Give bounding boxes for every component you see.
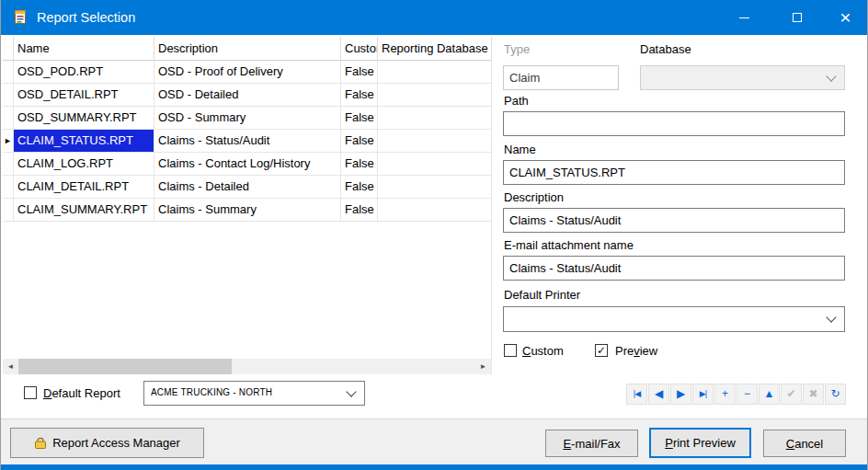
cell-custom[interactable]: False bbox=[341, 199, 378, 222]
cell-name[interactable]: CLAIM_DETAIL.RPT bbox=[14, 176, 154, 199]
cell-name[interactable]: OSD_POD.RPT bbox=[14, 61, 154, 84]
name-label: Name bbox=[504, 143, 536, 156]
nav-edit-button[interactable]: ▲ bbox=[759, 384, 780, 405]
nav-last-button[interactable]: ▶| bbox=[692, 384, 714, 405]
company-select[interactable]: ACME TRUCKING - NORTH bbox=[143, 381, 365, 406]
type-field bbox=[503, 65, 619, 90]
cell-custom[interactable]: False bbox=[341, 61, 378, 84]
row-indicator bbox=[3, 176, 14, 199]
row-indicator bbox=[3, 199, 14, 222]
cell-reporting-database[interactable] bbox=[378, 61, 492, 84]
row-indicator bbox=[3, 84, 14, 107]
cell-description[interactable]: Claims - Summary bbox=[154, 199, 341, 222]
preview-checkbox[interactable]: ✓ bbox=[595, 344, 608, 357]
database-label: Database bbox=[640, 42, 691, 56]
minimize-button[interactable] bbox=[717, 0, 771, 35]
table-row[interactable]: OSD_SUMMARY.RPT OSD - Summary False bbox=[3, 107, 491, 130]
default-report-checkbox[interactable] bbox=[24, 386, 37, 399]
description-field[interactable] bbox=[503, 208, 845, 233]
cell-reporting-database[interactable] bbox=[378, 176, 492, 199]
name-field[interactable] bbox=[503, 160, 845, 185]
report-selection-window: Report Selection × Name Description Cust… bbox=[0, 0, 868, 470]
table-row[interactable]: CLAIM_SUMMARY.RPT Claims - Summary False bbox=[3, 199, 491, 222]
cell-custom[interactable]: False bbox=[341, 84, 378, 107]
cell-reporting-database[interactable] bbox=[378, 84, 492, 107]
cell-description[interactable]: OSD - Summary bbox=[154, 107, 341, 130]
default-printer-value bbox=[510, 307, 822, 331]
nav-insert-button[interactable]: + bbox=[714, 384, 736, 405]
email-attachment-field[interactable] bbox=[503, 256, 845, 281]
window-title: Report Selection bbox=[37, 10, 135, 25]
scroll-left-icon[interactable]: ◄ bbox=[3, 359, 18, 374]
cell-description[interactable]: Claims - Contact Log/History bbox=[154, 153, 341, 176]
close-icon: × bbox=[839, 8, 851, 27]
cell-custom[interactable]: False bbox=[341, 107, 378, 130]
default-printer-label: Default Printer bbox=[504, 288, 580, 302]
cell-reporting-database[interactable] bbox=[378, 199, 492, 222]
email-attachment-label: E-mail attachment name bbox=[504, 238, 634, 252]
report-access-icon bbox=[34, 437, 47, 450]
path-field[interactable] bbox=[503, 111, 845, 136]
preview-checkbox-label[interactable]: Preview bbox=[615, 344, 657, 358]
cell-name[interactable]: CLAIM_LOG.RPT bbox=[14, 153, 154, 176]
header-description[interactable]: Description bbox=[154, 37, 341, 61]
nav-delete-button[interactable]: − bbox=[737, 384, 758, 405]
maximize-icon bbox=[793, 13, 802, 22]
nav-prior-button[interactable]: ◀ bbox=[648, 384, 669, 405]
table-row[interactable]: OSD_DETAIL.RPT OSD - Detailed False bbox=[3, 84, 491, 107]
nav-first-button[interactable]: |◀ bbox=[626, 384, 647, 405]
table-row[interactable]: CLAIM_LOG.RPT Claims - Contact Log/Histo… bbox=[3, 153, 491, 176]
default-printer-select[interactable] bbox=[503, 306, 845, 332]
nav-next-button[interactable]: ▶ bbox=[670, 384, 691, 405]
default-report-label[interactable]: Default Report bbox=[43, 386, 120, 400]
print-preview-button[interactable]: Print Preview bbox=[649, 428, 751, 458]
window-bottom-border bbox=[1, 464, 867, 470]
footer-bar: Report Access Manager E-mail/Fax Print P… bbox=[1, 418, 867, 464]
report-access-manager-button[interactable]: Report Access Manager bbox=[10, 428, 204, 458]
email-fax-label: E-mail/Fax bbox=[563, 437, 620, 451]
cell-description[interactable]: Claims - Detailed bbox=[154, 176, 341, 199]
print-preview-label: Print Preview bbox=[665, 436, 736, 450]
cell-custom[interactable]: False bbox=[341, 153, 378, 176]
custom-checkbox-label[interactable]: Custom bbox=[522, 344, 564, 358]
close-button[interactable]: × bbox=[824, 0, 867, 35]
table-row[interactable]: CLAIM_DETAIL.RPT Claims - Detailed False bbox=[3, 176, 491, 199]
chevron-down-icon bbox=[826, 312, 836, 322]
cell-description[interactable]: OSD - Proof of Delivery bbox=[154, 61, 341, 84]
header-name[interactable]: Name bbox=[14, 37, 154, 61]
cell-name[interactable]: CLAIM_SUMMARY.RPT bbox=[14, 199, 154, 222]
db-navigator: |◀◀▶▶|+−▲✔✖↻ bbox=[625, 384, 846, 405]
email-fax-button[interactable]: E-mail/Fax bbox=[545, 430, 638, 457]
nav-refresh-button[interactable]: ↻ bbox=[825, 384, 846, 405]
scrollbar-thumb[interactable] bbox=[18, 359, 232, 374]
table-row[interactable]: ► CLAIM_STATUS.RPT Claims - Status/Audit… bbox=[3, 130, 491, 153]
cell-description[interactable]: OSD - Detailed bbox=[154, 84, 341, 107]
cell-name[interactable]: OSD_DETAIL.RPT bbox=[14, 84, 154, 107]
database-select bbox=[640, 65, 845, 90]
header-custom[interactable]: Custom bbox=[341, 37, 378, 61]
scroll-right-icon[interactable]: ► bbox=[475, 359, 491, 374]
table-row[interactable]: OSD_POD.RPT OSD - Proof of Delivery Fals… bbox=[3, 61, 491, 84]
description-label: Description bbox=[504, 190, 564, 204]
cell-custom[interactable]: False bbox=[341, 130, 378, 153]
minimize-icon bbox=[739, 17, 749, 18]
maximize-button[interactable] bbox=[771, 0, 824, 35]
cell-reporting-database[interactable] bbox=[378, 153, 492, 176]
horizontal-scrollbar[interactable]: ◄ ► bbox=[3, 359, 491, 374]
report-access-manager-label: Report Access Manager bbox=[52, 436, 180, 450]
cell-custom[interactable]: False bbox=[341, 176, 378, 199]
database-value bbox=[647, 66, 822, 89]
title-bar: Report Selection × bbox=[1, 0, 867, 35]
header-reporting-database[interactable]: Reporting Database bbox=[378, 37, 492, 61]
row-indicator bbox=[3, 107, 14, 130]
company-value: ACME TRUCKING - NORTH bbox=[151, 382, 342, 405]
custom-checkbox[interactable] bbox=[504, 344, 517, 357]
cell-reporting-database[interactable] bbox=[378, 130, 492, 153]
app-icon bbox=[13, 9, 29, 26]
type-label: Type bbox=[504, 42, 530, 56]
cell-name[interactable]: OSD_SUMMARY.RPT bbox=[14, 107, 154, 130]
cell-description[interactable]: Claims - Status/Audit bbox=[154, 130, 341, 153]
cell-name[interactable]: CLAIM_STATUS.RPT bbox=[14, 130, 154, 153]
cancel-button[interactable]: Cancel bbox=[763, 430, 846, 457]
cell-reporting-database[interactable] bbox=[378, 107, 492, 130]
